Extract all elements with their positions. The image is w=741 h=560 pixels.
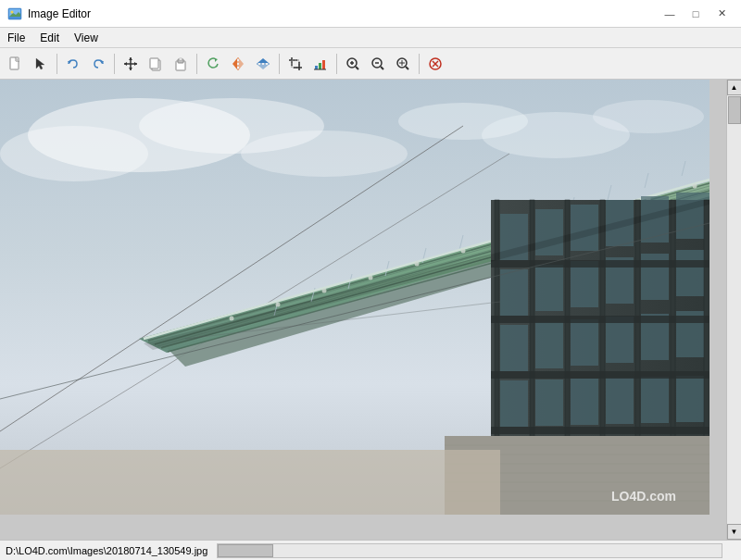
rotate-icon: [206, 56, 220, 71]
crop-button[interactable]: [283, 52, 308, 76]
zoom-fit-icon: [396, 56, 410, 71]
svg-rect-29: [292, 60, 299, 68]
copy-button[interactable]: [144, 52, 168, 76]
svg-rect-115: [571, 379, 598, 425]
title-left: Image Editor: [7, 6, 91, 21]
svg-rect-129: [491, 427, 710, 434]
flip-v-button[interactable]: [251, 52, 275, 76]
svg-point-84: [276, 303, 281, 307]
menu-view[interactable]: View: [67, 28, 106, 47]
title-bar: Image Editor — □ ✕: [0, 0, 741, 28]
bottom-scrollbar[interactable]: [217, 543, 722, 558]
svg-point-87: [415, 262, 420, 267]
svg-rect-16: [150, 58, 158, 68]
menu-file[interactable]: File: [0, 28, 32, 47]
redo-button[interactable]: [86, 52, 110, 76]
minimize-button[interactable]: —: [658, 5, 682, 23]
svg-point-3: [11, 10, 14, 13]
toolbar-sep-4: [279, 54, 280, 74]
scroll-down-arrow[interactable]: ▼: [727, 524, 742, 540]
new-icon: [8, 56, 23, 71]
svg-rect-101: [500, 269, 528, 316]
bottom-right-corner: [726, 543, 741, 558]
svg-rect-128: [491, 371, 710, 379]
svg-marker-6: [36, 58, 44, 69]
svg-rect-114: [535, 380, 563, 426]
rotate-button[interactable]: [201, 52, 225, 76]
svg-rect-116: [606, 378, 634, 424]
svg-rect-109: [571, 319, 598, 366]
cancel-icon: [428, 56, 443, 71]
title-controls: — □ ✕: [658, 5, 734, 23]
svg-marker-20: [215, 58, 218, 62]
svg-marker-12: [129, 68, 132, 70]
svg-point-86: [369, 276, 373, 280]
move-button[interactable]: [119, 52, 143, 76]
svg-rect-113: [500, 380, 528, 427]
toolbar-sep-3: [196, 54, 197, 74]
zoom-out-button[interactable]: [366, 52, 390, 76]
svg-point-93: [693, 184, 697, 189]
svg-rect-127: [491, 316, 710, 323]
zoom-out-icon: [370, 56, 385, 71]
svg-marker-14: [134, 62, 137, 66]
building-image: LO4D.com: [0, 80, 710, 515]
svg-point-85: [322, 289, 327, 293]
svg-point-57: [593, 100, 704, 133]
right-scrollbar: ▲ ▼: [726, 80, 741, 540]
svg-marker-25: [257, 65, 269, 69]
window-title: Image Editor: [28, 7, 91, 20]
new-button[interactable]: [4, 52, 28, 76]
svg-point-83: [230, 317, 234, 321]
redo-icon: [91, 56, 106, 71]
maximize-button[interactable]: □: [684, 5, 708, 23]
toolbar-sep-5: [336, 54, 337, 74]
move-icon: [123, 56, 138, 71]
svg-line-44: [406, 67, 408, 69]
crop-icon: [288, 56, 303, 71]
svg-rect-34: [322, 60, 325, 69]
svg-rect-110: [606, 317, 634, 363]
undo-icon: [66, 56, 81, 71]
main-area: LO4D.com ▲ ▼: [0, 80, 741, 540]
cancel-button[interactable]: [423, 52, 447, 76]
menu-bar: File Edit View: [0, 28, 741, 48]
close-button[interactable]: ✕: [710, 5, 734, 23]
toolbar: [0, 48, 741, 80]
svg-rect-138: [0, 450, 500, 515]
flip-h-button[interactable]: [226, 52, 250, 76]
svg-rect-107: [500, 325, 528, 371]
image-container: LO4D.com: [0, 80, 710, 515]
svg-marker-24: [257, 58, 269, 63]
bottom-scroll-thumb[interactable]: [218, 544, 273, 557]
svg-marker-11: [129, 57, 132, 60]
toolbar-sep-2: [114, 54, 115, 74]
canvas-area[interactable]: LO4D.com: [0, 80, 726, 540]
status-filepath: D:\LO4D.com\Images\20180714_130549.jpg: [0, 545, 213, 556]
toolbar-sep-1: [57, 54, 57, 74]
select-button[interactable]: [29, 52, 53, 76]
svg-marker-21: [232, 58, 237, 69]
svg-marker-22: [239, 58, 244, 69]
svg-rect-19: [179, 58, 182, 60]
flip-v-icon: [256, 56, 270, 71]
chart-button[interactable]: [308, 52, 333, 76]
app-icon: [7, 6, 22, 21]
scroll-up-arrow[interactable]: ▲: [727, 80, 742, 95]
svg-rect-108: [535, 322, 563, 368]
scroll-thumb-right[interactable]: [728, 96, 741, 124]
menu-edit[interactable]: Edit: [32, 28, 67, 47]
svg-rect-103: [571, 261, 598, 307]
status-bar: D:\LO4D.com\Images\20180714_130549.jpg: [0, 540, 741, 560]
zoom-fit-button[interactable]: [391, 52, 415, 76]
paste-button[interactable]: [169, 52, 193, 76]
zoom-in-button[interactable]: [341, 52, 365, 76]
zoom-in-icon: [345, 56, 360, 71]
svg-point-53: [0, 126, 148, 181]
scroll-track-right[interactable]: [727, 95, 742, 524]
toolbar-sep-6: [419, 54, 420, 74]
svg-marker-13: [124, 62, 127, 66]
undo-button[interactable]: [61, 52, 85, 76]
svg-line-42: [381, 67, 383, 69]
svg-rect-117: [641, 377, 669, 423]
